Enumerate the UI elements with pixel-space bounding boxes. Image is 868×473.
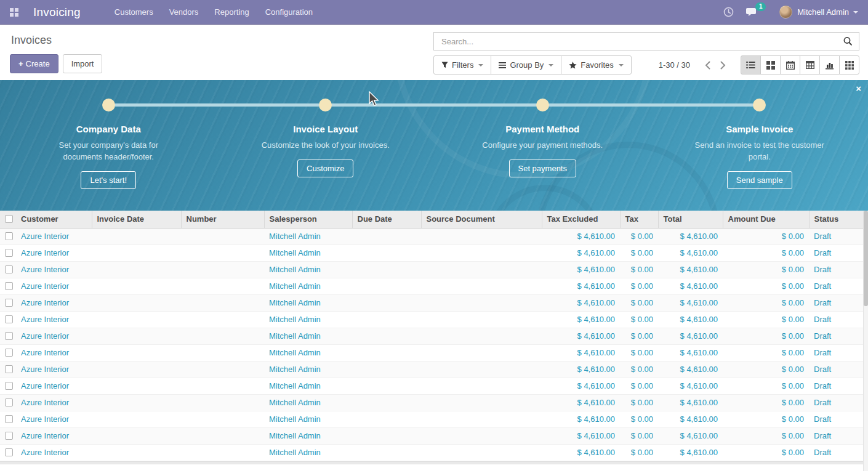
cell-invoice-date[interactable] xyxy=(92,411,181,427)
cell-status[interactable]: Draft xyxy=(809,245,863,261)
cell-source-document[interactable] xyxy=(421,411,542,427)
search-icon[interactable] xyxy=(843,36,853,46)
cell-source-document[interactable] xyxy=(421,328,542,344)
row-checkbox[interactable] xyxy=(5,365,13,373)
cell-amount-due[interactable]: $ 0.00 xyxy=(723,311,809,328)
cell-tax-excluded[interactable]: $ 4,610.00 xyxy=(542,228,620,245)
cell-amount-due[interactable]: $ 0.00 xyxy=(723,344,809,361)
cell-total[interactable]: $ 4,610.00 xyxy=(658,411,723,427)
cell-source-document[interactable] xyxy=(421,361,542,378)
cell-salesperson[interactable]: Mitchell Admin xyxy=(264,444,352,461)
menu-vendors[interactable]: Vendors xyxy=(161,4,207,20)
cell-salesperson[interactable]: Mitchell Admin xyxy=(264,344,352,361)
cell-status[interactable]: Draft xyxy=(809,294,863,311)
cell-source-document[interactable] xyxy=(421,294,542,311)
cell-customer[interactable]: Azure Interior xyxy=(16,378,92,394)
table-row[interactable]: Azure Interior Mitchell Admin $ 4,610.00… xyxy=(0,361,863,378)
table-row[interactable]: Azure Interior Mitchell Admin $ 4,610.00… xyxy=(0,245,863,261)
table-row[interactable]: Azure Interior Mitchell Admin $ 4,610.00… xyxy=(0,278,863,294)
cell-number[interactable] xyxy=(181,344,264,361)
cell-total[interactable]: $ 4,610.00 xyxy=(658,394,723,411)
table-row[interactable]: Azure Interior Mitchell Admin $ 4,610.00… xyxy=(0,444,863,461)
cell-source-document[interactable] xyxy=(421,311,542,328)
cell-customer[interactable]: Azure Interior xyxy=(16,245,92,261)
cell-amount-due[interactable]: $ 0.00 xyxy=(723,361,809,378)
cell-tax[interactable]: $ 0.00 xyxy=(620,311,658,328)
cell-amount-due[interactable]: $ 0.00 xyxy=(723,411,809,427)
cell-invoice-date[interactable] xyxy=(92,245,181,261)
cell-tax[interactable]: $ 0.00 xyxy=(620,378,658,394)
row-checkbox[interactable] xyxy=(5,232,13,240)
cell-customer[interactable]: Azure Interior xyxy=(16,311,92,328)
send-sample-button[interactable]: Send sample xyxy=(727,171,792,189)
cell-customer[interactable]: Azure Interior xyxy=(16,444,92,461)
cell-due-date[interactable] xyxy=(352,444,421,461)
column-header-salesperson[interactable]: Salesperson xyxy=(264,211,352,228)
cell-due-date[interactable] xyxy=(352,261,421,278)
cell-tax-excluded[interactable]: $ 4,610.00 xyxy=(542,378,620,394)
cell-salesperson[interactable]: Mitchell Admin xyxy=(264,228,352,245)
pivot-view-icon[interactable] xyxy=(800,55,820,75)
cell-tax[interactable]: $ 0.00 xyxy=(620,328,658,344)
cell-invoice-date[interactable] xyxy=(92,294,181,311)
cell-invoice-date[interactable] xyxy=(92,261,181,278)
cell-invoice-date[interactable] xyxy=(92,427,181,444)
row-checkbox[interactable] xyxy=(5,299,13,307)
row-checkbox[interactable] xyxy=(5,415,13,423)
pager-previous-icon[interactable] xyxy=(700,59,715,72)
cell-tax[interactable]: $ 0.00 xyxy=(620,411,658,427)
cell-due-date[interactable] xyxy=(352,294,421,311)
user-menu[interactable]: Mitchell Admin xyxy=(779,6,858,18)
cell-status[interactable]: Draft xyxy=(809,378,863,394)
column-header-tax-excluded[interactable]: Tax Excluded xyxy=(542,211,620,228)
table-row[interactable]: Azure Interior Mitchell Admin $ 4,610.00… xyxy=(0,378,863,394)
cell-invoice-date[interactable] xyxy=(92,361,181,378)
cell-source-document[interactable] xyxy=(421,444,542,461)
cell-tax[interactable]: $ 0.00 xyxy=(620,245,658,261)
column-header-number[interactable]: Number xyxy=(181,211,264,228)
cell-total[interactable]: $ 4,610.00 xyxy=(658,278,723,294)
cell-status[interactable]: Draft xyxy=(809,311,863,328)
cell-status[interactable]: Draft xyxy=(809,411,863,427)
cell-invoice-date[interactable] xyxy=(92,394,181,411)
cell-amount-due[interactable]: $ 0.00 xyxy=(723,278,809,294)
column-header-invoice-date[interactable]: Invoice Date xyxy=(92,211,181,228)
cell-total[interactable]: $ 4,610.00 xyxy=(658,427,723,444)
cell-customer[interactable]: Azure Interior xyxy=(16,344,92,361)
cell-status[interactable]: Draft xyxy=(809,261,863,278)
cell-source-document[interactable] xyxy=(421,261,542,278)
table-row[interactable]: Azure Interior Mitchell Admin $ 4,610.00… xyxy=(0,228,863,245)
cell-number[interactable] xyxy=(181,311,264,328)
column-header-amount-due[interactable]: Amount Due xyxy=(723,211,809,228)
activities-button[interactable] xyxy=(723,7,734,17)
close-icon[interactable]: × xyxy=(856,84,861,93)
cell-number[interactable] xyxy=(181,427,264,444)
cell-amount-due[interactable]: $ 0.00 xyxy=(723,245,809,261)
row-checkbox[interactable] xyxy=(5,282,13,290)
cell-amount-due[interactable]: $ 0.00 xyxy=(723,427,809,444)
cell-status[interactable]: Draft xyxy=(809,228,863,245)
cell-due-date[interactable] xyxy=(352,328,421,344)
calendar-view-icon[interactable] xyxy=(780,55,800,75)
cell-number[interactable] xyxy=(181,228,264,245)
cell-status[interactable]: Draft xyxy=(809,278,863,294)
pager-next-icon[interactable] xyxy=(715,59,731,72)
cell-due-date[interactable] xyxy=(352,311,421,328)
cell-total[interactable]: $ 4,610.00 xyxy=(658,328,723,344)
table-row[interactable]: Azure Interior Mitchell Admin $ 4,610.00… xyxy=(0,261,863,278)
cell-salesperson[interactable]: Mitchell Admin xyxy=(264,411,352,427)
column-header-source-document[interactable]: Source Document xyxy=(421,211,542,228)
cell-due-date[interactable] xyxy=(352,245,421,261)
cell-due-date[interactable] xyxy=(352,361,421,378)
cell-due-date[interactable] xyxy=(352,228,421,245)
cell-amount-due[interactable]: $ 0.00 xyxy=(723,394,809,411)
cell-due-date[interactable] xyxy=(352,394,421,411)
cell-number[interactable] xyxy=(181,411,264,427)
cell-status[interactable]: Draft xyxy=(809,427,863,444)
favorites-button[interactable]: Favorites xyxy=(561,55,631,75)
cell-salesperson[interactable]: Mitchell Admin xyxy=(264,245,352,261)
cell-source-document[interactable] xyxy=(421,394,542,411)
cell-source-document[interactable] xyxy=(421,427,542,444)
cell-source-document[interactable] xyxy=(421,344,542,361)
app-title[interactable]: Invoicing xyxy=(33,6,81,19)
